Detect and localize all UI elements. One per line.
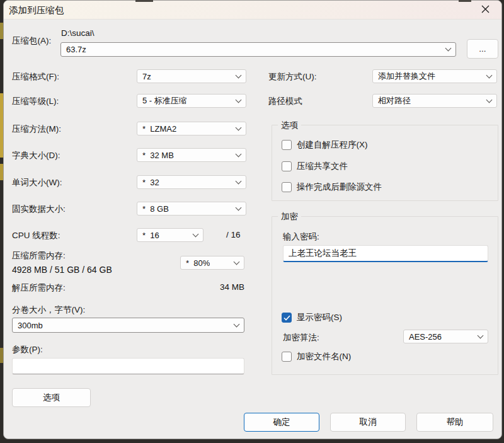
checkbox-icon xyxy=(282,352,292,362)
password-label: 输入密码: xyxy=(283,231,319,243)
method-label: 压缩方法(M): xyxy=(12,124,61,135)
chevron-down-icon xyxy=(193,231,199,237)
solid-block-dropdown[interactable]: * 8 GB xyxy=(137,202,246,216)
close-button[interactable] xyxy=(472,1,498,20)
ok-button[interactable]: 确定 xyxy=(244,413,319,432)
parameters-label: 参数(P): xyxy=(12,344,43,355)
dialog-title: 添加到压缩包 xyxy=(9,1,64,20)
archive-name-combobox[interactable]: 63.7z xyxy=(60,42,456,57)
cpu-threads-max: / 16 xyxy=(226,230,241,239)
format-label: 压缩格式(F): xyxy=(12,71,59,83)
chevron-down-icon xyxy=(234,321,240,327)
archive-directory: D:\sucai\ xyxy=(61,28,94,38)
add-to-archive-dialog: 添加到压缩包 压缩包(A): D:\sucai\ 63.7z ... 压缩格式(… xyxy=(3,0,502,439)
chevron-down-icon xyxy=(236,124,242,130)
checkbox-icon xyxy=(282,182,292,192)
cpu-threads-label: CPU 线程数: xyxy=(12,230,60,241)
split-volume-combobox[interactable]: 300mb xyxy=(12,318,244,333)
options-group: 选项 创建自解压程序(X) 压缩共享文件 操作完成后删除源文件 xyxy=(272,125,498,201)
backdrop-window-sliver xyxy=(135,0,153,2)
archive-name-value: 63.7z xyxy=(66,45,86,54)
parameters-input[interactable] xyxy=(12,358,244,374)
cpu-threads-dropdown[interactable]: * 16 xyxy=(137,228,203,242)
checkbox-icon xyxy=(282,140,292,150)
compress-shared-checkbox[interactable]: 压缩共享文件 xyxy=(282,161,348,172)
path-mode-label: 路径模式 xyxy=(268,96,302,107)
options-group-title: 选项 xyxy=(278,120,301,131)
memory-percent-value: * 80% xyxy=(186,258,210,268)
chevron-down-icon xyxy=(486,72,493,78)
create-sfx-checkbox[interactable]: 创建自解压程序(X) xyxy=(282,139,368,151)
delete-after-label: 操作完成后删除源文件 xyxy=(297,181,382,193)
show-password-checkbox[interactable]: 显示密码(S) xyxy=(282,312,342,323)
dictionary-label: 字典大小(D): xyxy=(12,150,60,161)
compress-memory-value: 4928 MB / 51 GB / 64 GB xyxy=(12,265,112,275)
browse-button-label: ... xyxy=(479,44,486,54)
method-dropdown[interactable]: * LZMA2 xyxy=(137,122,246,135)
backdrop-window-sliver xyxy=(459,0,471,2)
decompress-memory-label: 解压所需内存: xyxy=(12,282,66,294)
chevron-down-icon xyxy=(478,332,484,338)
word-size-dropdown[interactable]: * 32 xyxy=(137,175,246,189)
word-size-label: 单词大小(W): xyxy=(12,177,62,188)
archive-label: 压缩包(A): xyxy=(12,35,51,47)
encrypt-filenames-label: 加密文件名(N) xyxy=(297,351,351,362)
method-value: * LZMA2 xyxy=(142,124,176,134)
chevron-down-icon xyxy=(236,96,242,103)
chevron-down-icon xyxy=(236,72,242,78)
chevron-down-icon xyxy=(445,45,452,52)
path-mode-value: 相对路径 xyxy=(378,95,411,106)
options-button-label: 选项 xyxy=(43,392,60,403)
cancel-button-label: 取消 xyxy=(360,417,377,428)
level-dropdown[interactable]: 5 - 标准压缩 xyxy=(137,94,246,108)
password-input[interactable] xyxy=(283,245,488,262)
close-icon xyxy=(481,4,490,16)
titlebar: 添加到压缩包 xyxy=(4,1,501,20)
create-sfx-label: 创建自解压程序(X) xyxy=(297,139,368,151)
checkbox-icon xyxy=(282,161,292,171)
word-size-value: * 32 xyxy=(142,178,159,187)
chevron-down-icon xyxy=(236,151,242,157)
chevron-down-icon xyxy=(486,96,493,103)
encryption-method-dropdown[interactable]: AES-256 xyxy=(403,330,488,343)
solid-block-label: 固实数据大小: xyxy=(12,204,66,215)
compress-shared-label: 压缩共享文件 xyxy=(297,161,348,172)
path-mode-dropdown[interactable]: 相对路径 xyxy=(372,94,497,108)
format-value: 7z xyxy=(142,72,151,81)
update-mode-dropdown[interactable]: 添加并替换文件 xyxy=(372,69,497,83)
help-button[interactable]: 帮助 xyxy=(416,413,493,432)
split-volume-label: 分卷大小，字节(V): xyxy=(12,304,85,316)
dictionary-value: * 32 MB xyxy=(142,151,174,160)
level-value: 5 - 标准压缩 xyxy=(142,95,187,106)
format-dropdown[interactable]: 7z xyxy=(137,69,246,83)
chevron-down-icon xyxy=(236,178,242,184)
encrypt-filenames-checkbox[interactable]: 加密文件名(N) xyxy=(282,351,351,362)
chevron-down-icon xyxy=(236,204,242,210)
split-volume-value: 300mb xyxy=(18,321,43,330)
options-button[interactable]: 选项 xyxy=(12,388,91,407)
delete-after-checkbox[interactable]: 操作完成后删除源文件 xyxy=(282,181,382,193)
browse-button[interactable]: ... xyxy=(467,39,498,59)
encryption-group: 加密 输入密码: 显示密码(S) 加密算法: AES-256 加密文件名(N) xyxy=(272,216,498,375)
cancel-button[interactable]: 取消 xyxy=(330,413,406,432)
dictionary-dropdown[interactable]: * 32 MB xyxy=(137,148,246,162)
level-label: 压缩等级(L): xyxy=(12,96,59,107)
show-password-label: 显示密码(S) xyxy=(297,312,342,323)
compress-memory-label: 压缩所需内存: xyxy=(12,250,66,262)
update-mode-label: 更新方式(U): xyxy=(268,71,317,83)
update-mode-value: 添加并替换文件 xyxy=(378,71,435,82)
help-button-label: 帮助 xyxy=(447,417,464,428)
encryption-group-title: 加密 xyxy=(278,211,301,222)
encryption-method-label: 加密算法: xyxy=(283,332,319,343)
cpu-threads-value: * 16 xyxy=(142,231,159,240)
encryption-method-value: AES-256 xyxy=(409,332,442,342)
ok-button-label: 确定 xyxy=(273,417,290,428)
chevron-down-icon xyxy=(234,258,240,265)
memory-percent-dropdown[interactable]: * 80% xyxy=(180,256,244,270)
solid-block-value: * 8 GB xyxy=(142,204,169,214)
decompress-memory-value: 34 MB xyxy=(212,282,244,292)
checkbox-icon xyxy=(282,313,292,323)
